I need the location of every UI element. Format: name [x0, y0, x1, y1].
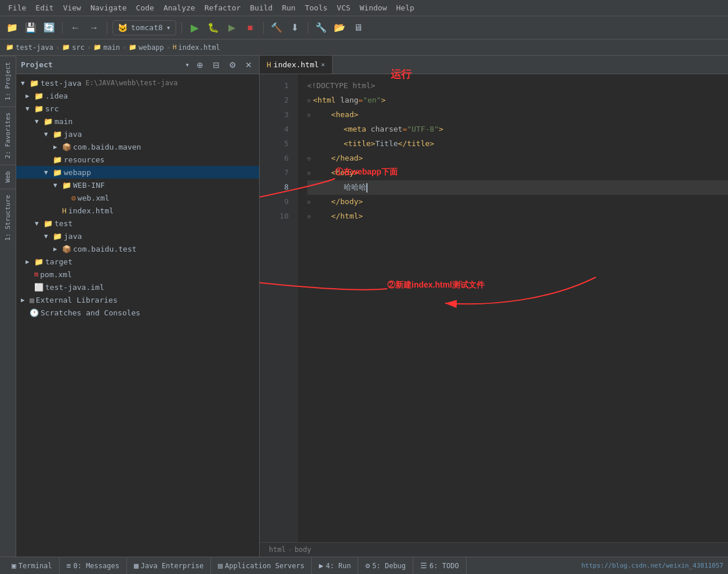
expand-arrow: ▶: [26, 258, 32, 266]
run-label: 4: Run: [326, 562, 351, 570]
code-editor[interactable]: 1 2 3 4 5 6 7 8 9 10 <!DOCTYPE html>: [260, 74, 728, 542]
sync-btn[interactable]: 🔄: [42, 20, 57, 35]
status-todo[interactable]: ☰ 6: TODO: [413, 557, 467, 574]
tree-item-com-baidu-maven[interactable]: ▶ 📦 com.baidu.maven: [16, 140, 259, 153]
tree-item-test[interactable]: ▼ 📁 test: [16, 217, 259, 230]
close-panel-btn[interactable]: ✕: [243, 59, 254, 71]
tab-close-btn[interactable]: ✕: [321, 61, 325, 68]
menu-item-edit[interactable]: Edit: [32, 2, 57, 13]
tree-item-target[interactable]: ▶ 📁 target: [16, 255, 259, 268]
status-url[interactable]: https://blog.csdn.net/weixin_43811057: [581, 562, 723, 569]
code-content[interactable]: <!DOCTYPE html> ⊖ <html lang = "en" > ⊖: [298, 74, 728, 542]
breadcrumb-index-html[interactable]: H index.html: [173, 43, 220, 52]
code-token: <html: [313, 95, 336, 107]
fold-icon[interactable]: ⊖: [307, 111, 311, 120]
tree-item-index-html[interactable]: ▶ H index.html: [16, 204, 259, 217]
tree-item-web-xml[interactable]: ▶ ⚙ web.xml: [16, 191, 259, 204]
coverage-button[interactable]: ▶: [224, 20, 239, 35]
settings-btn[interactable]: 🔧: [314, 20, 329, 35]
deploy-btn[interactable]: ⬇: [287, 20, 303, 35]
tree-label: test: [54, 219, 72, 228]
fold-icon[interactable]: ⊖: [307, 212, 311, 221]
menu-item-build[interactable]: Build: [246, 2, 276, 13]
tree-item-webapp[interactable]: ▼ 📁 webapp: [16, 166, 259, 179]
code-line-7: ⊖ <body>: [307, 166, 728, 180]
run-button[interactable]: ▶: [187, 20, 202, 35]
status-app-servers[interactable]: ▤ Application Servers: [211, 557, 312, 574]
status-terminal[interactable]: ▣ Terminal: [5, 557, 60, 574]
menu-item-run[interactable]: Run: [278, 2, 299, 13]
menu-item-refactor[interactable]: Refactor: [201, 2, 245, 13]
tab-index-html[interactable]: H index.html ✕: [260, 56, 333, 74]
menu-item-navigate[interactable]: Navigate: [87, 2, 130, 13]
fold-icon[interactable]: ⊖: [307, 154, 311, 164]
tree-item-src[interactable]: ▼ 📁 src: [16, 102, 259, 115]
fold-icon[interactable]: ⊖: [307, 198, 311, 207]
html-icon: H: [173, 43, 177, 51]
tree-item-resources[interactable]: ▶ 📁 resources: [16, 153, 259, 166]
tree-item-java-test[interactable]: ▼ 📁 java: [16, 230, 259, 242]
debug-run-button[interactable]: 🐛: [206, 20, 221, 35]
tree-item-webinf[interactable]: ▼ 📁 WEB-INF: [16, 179, 259, 191]
breadcrumb-test-java[interactable]: 📁 test-java: [6, 43, 53, 52]
tree-item-iml[interactable]: ▶ ⬜ test-java.iml: [16, 281, 259, 293]
run-icon: ▶: [319, 561, 323, 570]
menu-item-help[interactable]: Help: [393, 2, 418, 13]
menu-item-view[interactable]: View: [60, 2, 85, 13]
sidebar-item-project[interactable]: 1: Project: [0, 56, 16, 106]
iml-icon: ⬜: [34, 283, 43, 292]
tree-label: resources: [64, 155, 104, 164]
save-btn[interactable]: 💾: [23, 20, 38, 35]
sidebar-item-favorites[interactable]: 2: Favorites: [0, 106, 16, 164]
code-token: "en": [363, 95, 381, 107]
status-messages[interactable]: ≡ 0: Messages: [60, 557, 127, 574]
fold-icon[interactable]: ⊖: [307, 96, 311, 106]
locate-btn[interactable]: ⊕: [194, 59, 206, 71]
code-line-8[interactable]: 哈哈哈: [307, 180, 728, 195]
code-line-10: ⊖ </html>: [307, 209, 728, 224]
breadcrumb-src[interactable]: 📁 src: [62, 43, 85, 52]
sidebar-item-web[interactable]: Web: [0, 165, 16, 188]
back-btn[interactable]: ←: [68, 20, 83, 35]
code-token: charset: [366, 123, 403, 136]
tree-item-test-java[interactable]: ▼ 📁 test-java E:\JAVA\webb\test-java: [16, 77, 259, 89]
breadcrumb-webapp[interactable]: 📁 webapp: [129, 43, 163, 52]
tree-item-pom-xml[interactable]: ▶ m pom.xml: [16, 268, 259, 281]
sidebar-item-structure[interactable]: 1: Structure: [0, 188, 16, 246]
toolbar: 📁 💾 🔄 ← → 🐱 tomcat8 ▾ ▶ 🐛 ▶ ■ 🔨 ⬇ 🔧 📂 🖥: [0, 16, 728, 39]
menu-item-code[interactable]: Code: [133, 2, 158, 13]
menu-item-file[interactable]: File: [5, 2, 30, 13]
settings-panel-btn[interactable]: ⚙: [227, 59, 238, 71]
forward-btn[interactable]: →: [86, 20, 101, 35]
menu-item-window[interactable]: Window: [356, 2, 391, 13]
tree-item-scratches[interactable]: ▶ 🕐 Scratches and Consoles: [16, 306, 259, 319]
tree-item-idea[interactable]: ▶ 📁 .idea: [16, 89, 259, 102]
stop-button[interactable]: ■: [243, 20, 258, 35]
tree-item-com-baidu-test[interactable]: ▶ 📦 com.baidu.test: [16, 242, 259, 255]
left-side-strip: 1: Project 2: Favorites Web 1: Structure: [0, 56, 16, 557]
menu-item-tools[interactable]: Tools: [301, 2, 331, 13]
menu-item-analyze[interactable]: Analyze: [160, 2, 199, 13]
status-bar: ▣ Terminal ≡ 0: Messages ▦ Java Enterpri…: [0, 557, 728, 574]
collapse-all-btn[interactable]: ⊟: [210, 59, 222, 71]
fold-icon[interactable]: ⊖: [307, 169, 311, 178]
status-java-enterprise[interactable]: ▦ Java Enterprise: [127, 557, 211, 574]
status-debug[interactable]: ⚙ 5: Debug: [358, 557, 413, 574]
tree-item-java[interactable]: ▼ 📁 java: [16, 128, 259, 140]
messages-icon: ≡: [67, 561, 71, 570]
remote-btn[interactable]: 🖥: [351, 20, 366, 35]
breadcrumb-main[interactable]: 📁 main: [93, 43, 120, 52]
status-run[interactable]: ▶ 4: Run: [312, 557, 358, 574]
open-in-browser[interactable]: 📂: [332, 20, 347, 35]
tree-item-main[interactable]: ▼ 📁 main: [16, 115, 259, 128]
footer-sep: ›: [288, 546, 292, 554]
build-btn[interactable]: 🔨: [269, 20, 284, 35]
expand-arrow: ▼: [35, 220, 42, 227]
run-config-dropdown[interactable]: 🐱 tomcat8 ▾: [112, 20, 176, 35]
tree-label: com.baidu.test: [73, 245, 137, 253]
open-btn[interactable]: 📁: [5, 20, 20, 35]
code-token: <meta: [344, 123, 366, 136]
code-token: Title: [375, 138, 398, 150]
tree-item-external-libs[interactable]: ▶ ▦ External Libraries: [16, 293, 259, 306]
menu-item-vcs[interactable]: VCS: [333, 2, 354, 13]
